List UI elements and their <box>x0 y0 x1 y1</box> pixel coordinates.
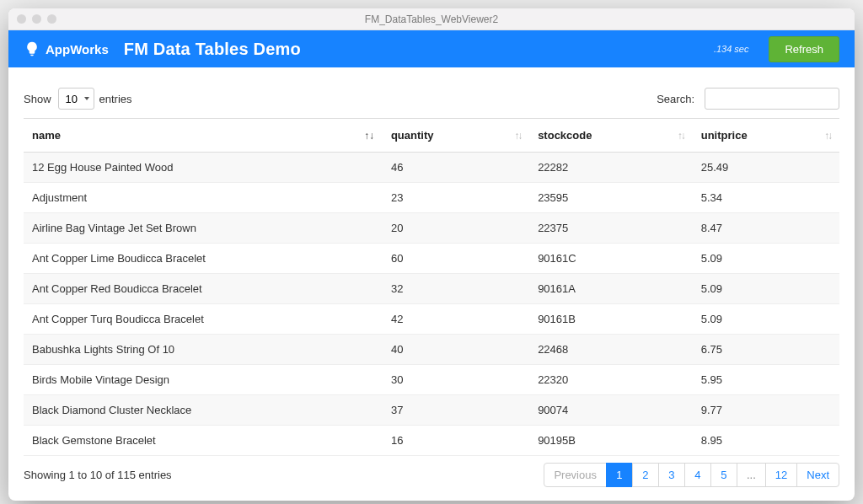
cell-unitprice: 9.77 <box>693 395 839 426</box>
cell-name: 12 Egg House Painted Wood <box>24 153 383 183</box>
cell-unitprice: 5.95 <box>693 365 839 395</box>
table-row[interactable]: Babushka Lights String Of 1040224686.75 <box>24 335 839 365</box>
page-next[interactable]: Next <box>796 463 839 487</box>
minimize-icon[interactable] <box>32 14 41 24</box>
entries-label: entries <box>99 93 132 105</box>
page-title: FM Data Tables Demo <box>124 40 301 59</box>
sort-icon: ↑↓ <box>514 130 521 142</box>
search-label: Search: <box>657 93 694 105</box>
page-4[interactable]: 4 <box>684 463 711 487</box>
sort-asc-icon: ↑↓ <box>364 130 374 142</box>
window-title: FM_DataTables_WebViewer2 <box>8 13 855 25</box>
close-icon[interactable] <box>17 14 26 24</box>
sort-icon: ↑↓ <box>678 130 684 142</box>
cell-quantity: 60 <box>383 244 529 274</box>
cell-quantity: 30 <box>383 365 529 395</box>
cell-name: Ant Copper Red Boudicca Bracelet <box>24 274 383 304</box>
page-3[interactable]: 3 <box>658 463 685 487</box>
col-header-quantity[interactable]: quantity ↑↓ <box>383 119 529 153</box>
cell-unitprice: 5.09 <box>693 244 839 274</box>
cell-unitprice: 6.75 <box>693 335 839 365</box>
window-titlebar: FM_DataTables_WebViewer2 <box>8 8 855 30</box>
cell-unitprice: 5.09 <box>693 274 839 304</box>
cell-unitprice: 5.09 <box>693 304 839 335</box>
table-controls: Show 10 entries Search: <box>24 88 839 110</box>
cell-unitprice: 8.95 <box>693 426 839 456</box>
cell-name: Black Diamond Cluster Necklace <box>24 395 383 426</box>
pagination: Previous12345...12Next <box>544 463 839 487</box>
table-row[interactable]: Airline Bag Vintage Jet Set Brown2022375… <box>24 213 839 244</box>
cell-name: Adjustment <box>24 183 383 213</box>
brand: AppWorks <box>24 40 109 57</box>
cell-name: Airline Bag Vintage Jet Set Brown <box>24 213 383 244</box>
cell-name: Black Gemstone Bracelet <box>24 426 383 456</box>
refresh-button[interactable]: Refresh <box>769 36 839 62</box>
cell-name: Ant Copper Turq Boudicca Bracelet <box>24 304 383 335</box>
app-window: FM_DataTables_WebViewer2 AppWorks FM Dat… <box>8 8 855 501</box>
show-label: Show <box>24 93 51 105</box>
table-row[interactable]: Adjustment23235955.34 <box>24 183 839 213</box>
cell-quantity: 37 <box>383 395 529 426</box>
cell-stockcode: 90161C <box>529 244 693 274</box>
cell-quantity: 40 <box>383 335 529 365</box>
page-ellipsis: ... <box>737 463 766 487</box>
zoom-icon[interactable] <box>47 14 56 24</box>
page-12[interactable]: 12 <box>765 463 797 487</box>
window-controls <box>17 14 56 24</box>
data-table: name ↑↓ quantity ↑↓ stockcode ↑↓ unitpri… <box>24 118 839 456</box>
table-body: 12 Egg House Painted Wood462228225.49Adj… <box>24 153 839 456</box>
cell-name: Birds Mobile Vintage Design <box>24 365 383 395</box>
cell-stockcode: 22468 <box>529 335 693 365</box>
table-row[interactable]: 12 Egg House Painted Wood462228225.49 <box>24 153 839 183</box>
cell-name: Ant Copper Lime Boudicca Bracelet <box>24 244 383 274</box>
page-length-select[interactable]: 10 <box>58 88 94 110</box>
table-header-row: name ↑↓ quantity ↑↓ stockcode ↑↓ unitpri… <box>24 119 839 153</box>
table-row[interactable]: Ant Copper Lime Boudicca Bracelet6090161… <box>24 244 839 274</box>
cell-stockcode: 90161B <box>529 304 693 335</box>
cell-unitprice: 8.47 <box>693 213 839 244</box>
table-info: Showing 1 to 10 of 115 entries <box>24 469 172 481</box>
col-header-unitprice[interactable]: unitprice ↑↓ <box>693 119 839 153</box>
brand-text: AppWorks <box>46 42 109 56</box>
search-input[interactable] <box>705 88 839 110</box>
cell-stockcode: 23595 <box>529 183 693 213</box>
sort-icon: ↑↓ <box>824 130 831 142</box>
col-header-name[interactable]: name ↑↓ <box>24 119 383 153</box>
cell-stockcode: 90195B <box>529 426 693 456</box>
cell-stockcode: 22320 <box>529 365 693 395</box>
cell-quantity: 16 <box>383 426 529 456</box>
cell-quantity: 46 <box>383 153 529 183</box>
cell-stockcode: 90161A <box>529 274 693 304</box>
app-header: AppWorks FM Data Tables Demo .134 sec Re… <box>8 30 855 67</box>
table-row[interactable]: Ant Copper Red Boudicca Bracelet3290161A… <box>24 274 839 304</box>
cell-quantity: 20 <box>383 213 529 244</box>
lightbulb-icon <box>24 40 40 57</box>
cell-unitprice: 25.49 <box>693 153 839 183</box>
cell-unitprice: 5.34 <box>693 183 839 213</box>
col-header-stockcode[interactable]: stockcode ↑↓ <box>529 119 693 153</box>
table-footer: Showing 1 to 10 of 115 entries Previous1… <box>24 463 839 487</box>
page-2[interactable]: 2 <box>632 463 659 487</box>
cell-stockcode: 90074 <box>529 395 693 426</box>
timing-label: .134 sec <box>714 44 749 54</box>
table-row[interactable]: Black Diamond Cluster Necklace37900749.7… <box>24 395 839 426</box>
table-row[interactable]: Ant Copper Turq Boudicca Bracelet4290161… <box>24 304 839 335</box>
page-5[interactable]: 5 <box>710 463 737 487</box>
table-row[interactable]: Birds Mobile Vintage Design30223205.95 <box>24 365 839 395</box>
cell-quantity: 23 <box>383 183 529 213</box>
cell-name: Babushka Lights String Of 10 <box>24 335 383 365</box>
cell-stockcode: 22282 <box>529 153 693 183</box>
cell-stockcode: 22375 <box>529 213 693 244</box>
page-1[interactable]: 1 <box>606 463 633 487</box>
cell-quantity: 32 <box>383 274 529 304</box>
content-area: Show 10 entries Search: name ↑↓ <box>8 67 855 501</box>
page-prev[interactable]: Previous <box>544 463 607 487</box>
cell-quantity: 42 <box>383 304 529 335</box>
table-row[interactable]: Black Gemstone Bracelet1690195B8.95 <box>24 426 839 456</box>
